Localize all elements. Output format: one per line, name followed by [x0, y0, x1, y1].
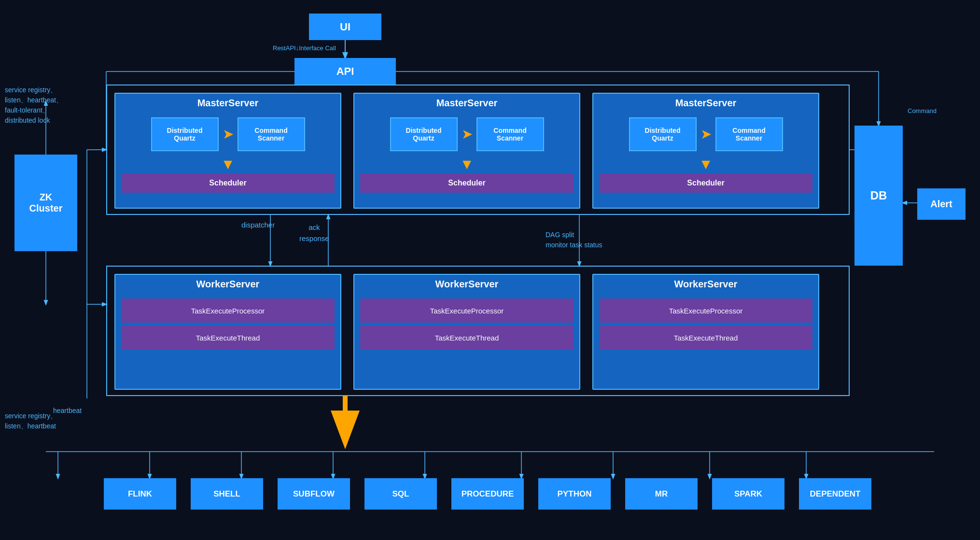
arrow-right-2: ➤	[462, 128, 473, 141]
quartz-box-2: Distributed Quartz	[390, 117, 458, 151]
worker-cluster: WorkerServer TaskExecuteProcessor TaskEx…	[106, 266, 850, 396]
task-flink: FLINK	[104, 478, 176, 510]
master-server-2-inner: Distributed Quartz ➤ Command Scanner	[360, 117, 574, 151]
ack-response-label: ack response	[299, 222, 329, 244]
alert-box: Alert	[917, 188, 966, 220]
task-processor-1: TaskExecuteProcessor	[121, 298, 335, 323]
task-dependent: DEPENDENT	[799, 478, 871, 510]
task-processor-3: TaskExecuteProcessor	[599, 298, 812, 323]
master-server-3-title: MasterServer	[593, 94, 818, 113]
api-label: API	[336, 65, 354, 78]
master-server-1-title: MasterServer	[115, 94, 340, 113]
bottom-task-row: FLINK SHELL SUBFLOW SQL PROCEDURE PYTHON…	[14, 478, 961, 510]
quartz-box-3: Distributed Quartz	[629, 117, 697, 151]
api-box: API	[294, 58, 396, 85]
arrow-right-3: ➤	[700, 128, 712, 141]
task-python: PYTHON	[538, 478, 611, 510]
master-server-1-inner: Distributed Quartz ➤ Command Scanner	[121, 117, 335, 151]
cmd-scanner-box-1: Command Scanner	[238, 117, 305, 151]
worker-server-1: WorkerServer TaskExecuteProcessor TaskEx…	[114, 274, 341, 390]
command-label: Command	[908, 106, 937, 116]
arrow-down-1: ▼	[115, 156, 340, 172]
task-subflow: SUBFLOW	[278, 478, 350, 510]
master-server-3-inner: Distributed Quartz ➤ Command Scanner	[599, 117, 812, 151]
task-thread-1: TaskExecuteThread	[121, 326, 335, 350]
arrow-right-1: ➤	[223, 128, 234, 141]
master-server-3: MasterServer Distributed Quartz ➤ Comman…	[592, 93, 819, 209]
master-server-2-title: MasterServer	[354, 94, 579, 113]
task-processor-2: TaskExecuteProcessor	[360, 298, 574, 323]
dispatcher-label: dispatcher	[241, 220, 275, 231]
heartbeat-label: heartbeat	[53, 406, 82, 416]
ui-label: UI	[340, 21, 350, 33]
worker-server-1-title: WorkerServer	[115, 275, 340, 294]
arrow-down-3: ▼	[593, 156, 818, 172]
db-label: DB	[870, 189, 887, 202]
worker-server-3: WorkerServer TaskExecuteProcessor TaskEx…	[592, 274, 819, 390]
task-thread-2: TaskExecuteThread	[360, 326, 574, 350]
scheduler-box-2: Scheduler	[360, 173, 574, 193]
rest-api-label: RestAPI↓Interface Call	[273, 43, 336, 53]
zk-bottom-label: service registry、 listen、heartbeat	[5, 401, 57, 431]
worker-server-2-title: WorkerServer	[354, 275, 579, 294]
worker-server-2: WorkerServer TaskExecuteProcessor TaskEx…	[353, 274, 580, 390]
scheduler-box-1: Scheduler	[121, 173, 335, 193]
task-mr: MR	[625, 478, 698, 510]
db-box: DB	[854, 126, 903, 266]
diagram-container: UI RestAPI↓Interface Call API service re…	[0, 0, 980, 540]
zk-cluster-label: ZK Cluster	[29, 192, 63, 214]
task-sql: SQL	[364, 478, 437, 510]
alert-label: Alert	[930, 199, 952, 210]
dag-split-label: DAG split monitor task status	[546, 220, 602, 250]
zk-top-label: service registry、 listen、heartbeat、 faul…	[5, 75, 63, 126]
quartz-box-1: Distributed Quartz	[151, 117, 219, 151]
task-thread-3: TaskExecuteThread	[599, 326, 812, 350]
task-procedure: PROCEDURE	[451, 478, 524, 510]
master-cluster: MasterServer Distributed Quartz ➤ Comman…	[106, 85, 850, 215]
zk-cluster-box: ZK Cluster	[14, 155, 77, 251]
ui-box: UI	[309, 14, 381, 40]
scheduler-box-3: Scheduler	[599, 173, 812, 193]
task-spark: SPARK	[712, 478, 784, 510]
master-server-1: MasterServer Distributed Quartz ➤ Comman…	[114, 93, 341, 209]
arrow-down-2: ▼	[354, 156, 579, 172]
task-shell: SHELL	[191, 478, 263, 510]
cmd-scanner-box-2: Command Scanner	[476, 117, 544, 151]
cmd-scanner-box-3: Command Scanner	[715, 117, 783, 151]
master-server-2: MasterServer Distributed Quartz ➤ Comman…	[353, 93, 580, 209]
worker-server-3-title: WorkerServer	[593, 275, 818, 294]
